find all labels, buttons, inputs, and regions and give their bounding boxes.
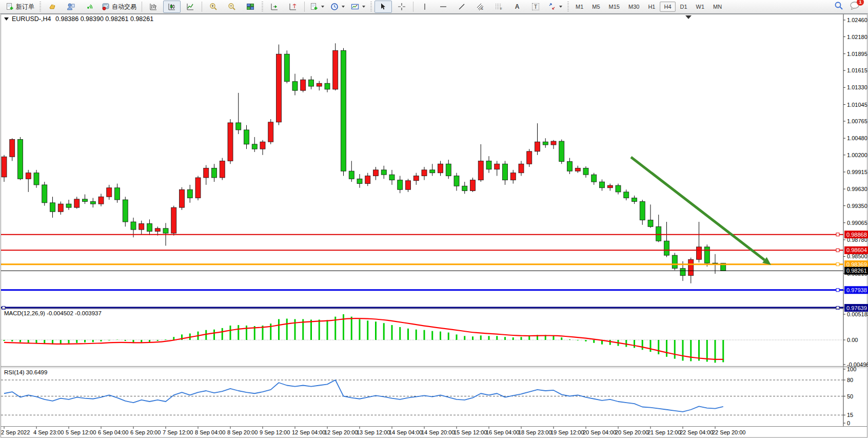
hline-handle[interactable] [836, 233, 839, 236]
arrows-tool-button[interactable] [545, 1, 565, 13]
horizontal-line-icon [439, 3, 447, 11]
navigator-button[interactable] [62, 1, 80, 13]
zoom-in-button[interactable] [205, 1, 222, 13]
vertical-line-tool-button[interactable] [416, 1, 433, 13]
price-tick-label: 0.99915 [847, 169, 867, 175]
search-icon[interactable] [834, 1, 843, 12]
candle-body [34, 173, 39, 185]
time-tick-label: 20 Sep 20:00 [615, 429, 648, 435]
chart-canvas[interactable]: EURUSD-,H4 0.98386 0.98390 0.98261 0.982… [0, 0, 868, 438]
tab-timeframe-D1[interactable]: D1 [676, 2, 692, 12]
tab-timeframe-MN[interactable]: MN [709, 2, 726, 12]
candle-body [591, 175, 597, 182]
toolbar-separator [142, 2, 142, 12]
fibonacci-tool-button[interactable]: F [490, 1, 507, 13]
trading-terminal: 新订单 自动交易 [0, 0, 868, 438]
periods-button[interactable] [328, 1, 347, 13]
candle-body [10, 140, 15, 157]
candle-body [42, 185, 47, 203]
candle-body [527, 151, 532, 164]
gold-icon-button[interactable] [44, 1, 61, 13]
zoom-out-button[interactable] [223, 1, 241, 13]
time-tick-label: 4 Sep 23:00 [33, 429, 64, 435]
candle-body [66, 204, 71, 207]
svg-text:F: F [500, 7, 502, 10]
line-chart-button[interactable] [182, 1, 199, 13]
time-tick-label: 12 Sep 04:00 [292, 429, 325, 435]
notifications-button[interactable]: 1 [850, 2, 860, 12]
hline-handle[interactable] [2, 307, 5, 310]
tab-timeframe-H4[interactable]: H4 [660, 2, 675, 12]
tab-timeframe-W1[interactable]: W1 [692, 2, 709, 12]
toolbar-grip[interactable] [40, 2, 41, 12]
candle-body [90, 201, 95, 204]
tab-timeframe-M5[interactable]: M5 [588, 2, 604, 12]
time-tick-label: 9 Sep 12:00 [260, 429, 290, 435]
tab-timeframe-M1[interactable]: M1 [571, 2, 587, 12]
price-tick-label: 0.99350 [847, 203, 867, 209]
horizontal-line-tool-button[interactable] [435, 1, 452, 13]
auto-trading-button[interactable]: 自动交易 [99, 1, 139, 13]
toolbar-grip[interactable] [370, 2, 372, 12]
time-tick-label: 22 Sep 04:00 [680, 429, 713, 435]
candle-body [228, 123, 233, 161]
text-tool-button[interactable]: A [508, 1, 526, 13]
channel-tool-button[interactable]: E [471, 1, 489, 13]
toolbar-separator [304, 2, 305, 12]
macd-scale-label: 0.00 [847, 337, 858, 343]
candle-body [2, 157, 7, 177]
candle-body [83, 199, 88, 202]
indicators-button[interactable] [307, 1, 327, 13]
candle-body [470, 180, 476, 191]
hline-handle[interactable] [836, 307, 839, 310]
candle-body [341, 50, 346, 171]
candle-body [268, 122, 273, 142]
time-tick-label: 14 Sep 20:00 [421, 429, 455, 435]
cursor-button[interactable] [374, 1, 392, 13]
candle-body [277, 54, 282, 122]
dropdown-caret-icon [362, 6, 365, 8]
candle-body [543, 142, 548, 145]
candle-body [50, 203, 55, 212]
candle-body [583, 168, 588, 175]
fibonacci-icon: F [495, 3, 503, 11]
price-tick-label: 1.01615 [847, 67, 867, 73]
chart-shift-button[interactable] [284, 1, 302, 13]
time-tick-label: 14 Sep 04:00 [389, 429, 422, 435]
candle-body [180, 189, 185, 207]
new-order-button[interactable]: 新订单 [3, 1, 37, 13]
label-tool-button[interactable]: T [527, 1, 544, 13]
toolbar-grip[interactable] [567, 2, 569, 12]
candle-body [406, 181, 411, 189]
hline-handle[interactable] [836, 263, 839, 266]
signal-icon [85, 3, 93, 11]
tab-timeframe-H1[interactable]: H1 [644, 2, 659, 12]
candle-body [131, 222, 136, 230]
signal-button[interactable] [81, 1, 98, 13]
chart-shift-icon [289, 3, 297, 11]
templates-button[interactable] [348, 1, 368, 13]
candlestick-chart-button[interactable] [163, 1, 181, 13]
price-tick-label: 1.00200 [847, 152, 867, 158]
candle-body [559, 141, 564, 162]
trendline-tool-button[interactable] [453, 1, 470, 13]
person-chart-icon [67, 3, 75, 11]
tab-timeframe-M15[interactable]: M15 [605, 2, 624, 12]
candle-body [163, 228, 168, 233]
crosshair-button[interactable] [393, 1, 410, 13]
candle-body [510, 173, 516, 180]
candle-body [430, 170, 435, 173]
candle-body [187, 189, 192, 198]
hline-handle[interactable] [836, 249, 839, 252]
candle-body [697, 247, 702, 259]
tab-timeframe-M30[interactable]: M30 [624, 2, 643, 12]
main-toolbar: 新订单 自动交易 [0, 0, 868, 14]
hline-handle[interactable] [836, 289, 839, 292]
auto-scroll-button[interactable] [266, 1, 283, 13]
tile-windows-button[interactable] [242, 1, 259, 13]
macd-indicator-label: MACD(12,26,9) -0.004502 -0.003937 [4, 310, 102, 316]
bar-chart-button[interactable] [145, 1, 162, 13]
toolbar-grip[interactable] [262, 2, 263, 12]
new-order-icon [6, 3, 14, 11]
rsi-scale-label: 50 [847, 393, 853, 399]
